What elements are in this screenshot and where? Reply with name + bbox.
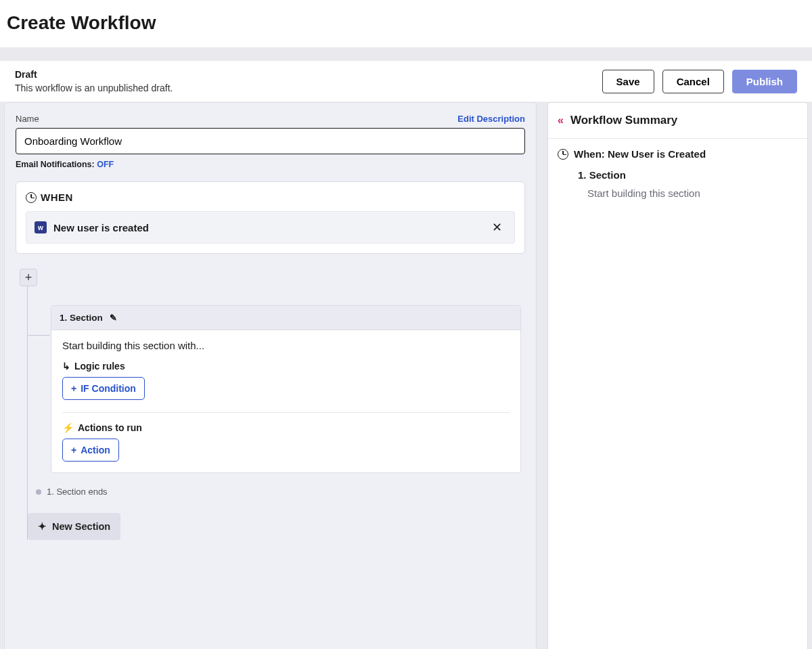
draft-status-title: Draft [15,69,173,80]
section-end-label: 1. Section ends [47,487,108,497]
trigger-chip[interactable]: w New user is created ✕ [26,211,515,244]
summary-section-detail: Start building this section [587,187,798,199]
when-card: WHEN w New user is created ✕ [16,181,525,254]
draft-status-description: This workflow is an unpublished draft. [15,83,173,93]
workflow-editor-pane: Name Edit Description Email Notification… [4,102,537,649]
add-step-button[interactable]: + [20,269,37,286]
workflow-summary-pane: « Workflow Summary When: New User is Cre… [547,102,808,649]
action-label: Action [81,445,110,455]
page-title: Create Workflow [0,0,812,47]
flow-connector-line [27,269,28,540]
email-notifications-row: Email Notifications: OFF [16,160,525,169]
workflow-summary-title: Workflow Summary [570,114,677,127]
trigger-text: New user is created [53,222,149,233]
separator [0,47,812,61]
section-end-marker: 1. Section ends [36,487,525,497]
new-section-button[interactable]: ✦ New Section [28,513,120,540]
when-heading: WHEN [41,192,73,203]
branch-connector [27,335,50,336]
section-divider [62,412,510,413]
remove-trigger-icon[interactable]: ✕ [488,219,506,236]
new-section-label: New Section [52,521,110,532]
status-bar: Draft This workflow is an unpublished dr… [0,61,812,102]
plus-icon: + [71,383,76,394]
actions-icon: ⚡ [62,422,74,433]
workflow-name-input[interactable] [16,128,525,154]
timer-icon [558,149,568,160]
add-if-condition-button[interactable]: + IF Condition [62,377,145,400]
timer-icon [26,192,37,203]
logic-rules-icon: ↳ [62,361,70,372]
summary-when-line: When: New User is Created [574,148,706,160]
add-action-button[interactable]: + Action [62,439,119,462]
save-button[interactable]: Save [602,70,654,93]
end-dot-icon [36,489,41,495]
edit-description-link[interactable]: Edit Description [457,114,525,124]
summary-section-line[interactable]: 1. Section [578,169,798,181]
collapse-summary-icon[interactable]: « [558,114,564,127]
section-prompt: Start building this section with... [62,340,510,351]
puzzle-icon: ✦ [38,520,47,533]
if-condition-label: IF Condition [81,383,136,394]
section-card: 1. Section ✎ Start building this section… [51,305,521,473]
trigger-app-icon: w [35,221,47,233]
publish-button[interactable]: Publish [732,70,797,93]
email-notifications-label: Email Notifications: [16,160,95,169]
plus-icon: + [71,445,76,455]
cancel-button[interactable]: Cancel [662,70,724,93]
section-heading: 1. Section [60,313,103,323]
edit-section-icon[interactable]: ✎ [110,313,117,323]
logic-rules-label: Logic rules [74,361,125,372]
flow-area: + 1. Section ✎ Start building this secti… [16,269,525,540]
email-notifications-toggle[interactable]: OFF [97,160,114,169]
name-field-label: Name [16,114,39,124]
actions-label: Actions to run [78,422,142,433]
